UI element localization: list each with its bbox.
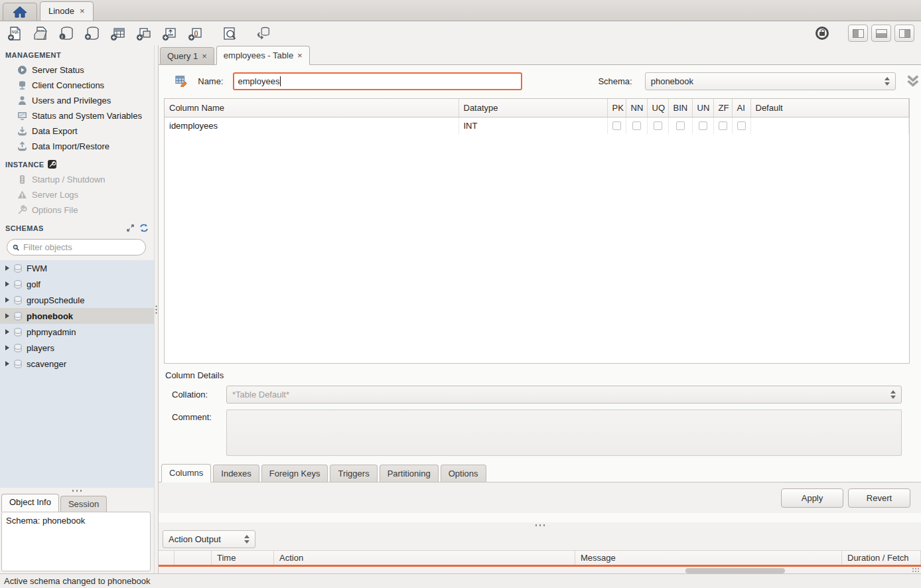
- collation-select[interactable]: *Table Default*: [226, 386, 902, 404]
- bin-checkbox[interactable]: [676, 121, 685, 130]
- schema-item-fwm[interactable]: FWM: [0, 260, 154, 276]
- create-view-button[interactable]: [136, 25, 152, 41]
- nn-checkbox[interactable]: [632, 121, 641, 130]
- columns-grid: Column Name Datatype PK NN UQ BIN UN ZF …: [164, 98, 910, 364]
- subtab-partitioning[interactable]: Partitioning: [380, 465, 439, 482]
- col-header-ai[interactable]: AI: [732, 99, 750, 117]
- schema-item-scavenger[interactable]: scavenger: [0, 356, 154, 372]
- subtab-triggers[interactable]: Triggers: [330, 465, 377, 482]
- apply-button[interactable]: Apply: [781, 488, 843, 508]
- cell-zf[interactable]: [713, 117, 732, 134]
- output-col-message[interactable]: Message: [575, 551, 842, 565]
- sidebar-item-server-status[interactable]: Server Status: [0, 62, 154, 78]
- subtab-indexes[interactable]: Indexes: [213, 465, 259, 482]
- output-col-action[interactable]: Action: [274, 551, 575, 565]
- cell-pk[interactable]: [607, 117, 626, 134]
- collapse-header-chevron-icon[interactable]: [905, 74, 921, 88]
- close-icon[interactable]: ×: [297, 50, 303, 60]
- subtab-foreign-keys[interactable]: Foreign Keys: [261, 465, 328, 482]
- table-editor: Name: employees Schema: phonebook: [159, 65, 921, 522]
- output-col-time[interactable]: Time: [212, 551, 274, 565]
- refresh-schemas-icon[interactable]: [139, 224, 149, 232]
- expander-icon[interactable]: [5, 265, 9, 271]
- toggle-bottom-panel-button[interactable]: [871, 25, 891, 42]
- cell-un[interactable]: [692, 117, 713, 134]
- col-header-un[interactable]: UN: [692, 99, 713, 117]
- schema-item-players[interactable]: players: [0, 340, 154, 356]
- create-schema-button[interactable]: [84, 25, 100, 41]
- col-header-default[interactable]: Default: [750, 99, 909, 117]
- output-view-select[interactable]: Action Output: [163, 530, 255, 548]
- schema-item-golf[interactable]: golf: [0, 276, 154, 292]
- open-sql-file-button[interactable]: SQL: [33, 25, 48, 41]
- col-header-zf[interactable]: ZF: [713, 99, 732, 117]
- cell-default[interactable]: [750, 117, 909, 134]
- close-icon[interactable]: ×: [80, 6, 85, 16]
- cell-datatype[interactable]: INT: [459, 117, 607, 134]
- create-table-button[interactable]: [110, 25, 126, 41]
- sidebar-item-data-export[interactable]: Data Export: [0, 123, 154, 139]
- cell-column-name[interactable]: idemployees: [165, 117, 459, 134]
- ai-checkbox[interactable]: [737, 121, 746, 130]
- expander-icon[interactable]: [5, 281, 9, 287]
- output-col-duration[interactable]: Duration / Fetch: [842, 551, 921, 565]
- schema-item-groupschedule[interactable]: groupSchedule: [0, 292, 154, 308]
- close-icon[interactable]: ×: [202, 51, 207, 61]
- search-data-button[interactable]: [222, 25, 238, 41]
- uq-checkbox[interactable]: [654, 121, 662, 130]
- create-procedure-button[interactable]: [162, 25, 178, 41]
- expander-icon[interactable]: [5, 297, 9, 303]
- cell-ai[interactable]: [732, 117, 750, 134]
- sidebar-item-status-variables[interactable]: Status and System Variables: [0, 108, 154, 123]
- cell-uq[interactable]: [647, 117, 668, 134]
- expand-schemas-icon[interactable]: [126, 224, 135, 232]
- tab-session[interactable]: Session: [60, 496, 107, 512]
- sidebar-item-data-import[interactable]: Data Import/Restore: [0, 139, 154, 154]
- expander-icon[interactable]: [5, 313, 9, 319]
- sidebar-item-options-file[interactable]: Options File: [0, 202, 154, 218]
- toggle-left-sidebar-button[interactable]: [848, 25, 868, 42]
- sidebar-horizontal-splitter[interactable]: [0, 488, 154, 494]
- col-header-nn[interactable]: NN: [626, 99, 647, 117]
- expander-icon[interactable]: [5, 329, 9, 334]
- expander-icon[interactable]: [5, 361, 9, 366]
- col-header-uq[interactable]: UQ: [647, 99, 668, 117]
- toggle-right-sidebar-button[interactable]: [894, 25, 914, 42]
- pk-checkbox[interactable]: [612, 121, 621, 130]
- col-header-datatype[interactable]: Datatype: [459, 99, 607, 117]
- new-sql-tab-button[interactable]: SQL: [7, 25, 23, 41]
- reconnect-dbms-button[interactable]: [255, 25, 271, 41]
- create-function-button[interactable]: (): [188, 25, 204, 41]
- col-header-column-name[interactable]: Column Name: [165, 99, 459, 117]
- horizontal-scrollbar-thumb[interactable]: [685, 568, 785, 573]
- connection-tab-linode[interactable]: Linode ×: [40, 1, 94, 21]
- table-name-input[interactable]: employees: [233, 72, 523, 90]
- schema-item-phpmyadmin[interactable]: phpmyadmin: [0, 324, 154, 340]
- col-header-bin[interactable]: BIN: [668, 99, 692, 117]
- tab-query-1[interactable]: Query 1 ×: [160, 47, 214, 64]
- inspect-database-button[interactable]: i: [58, 25, 74, 41]
- tab-object-info[interactable]: Object Info: [1, 494, 59, 512]
- tab-employees-table[interactable]: employees - Table ×: [216, 46, 310, 65]
- home-tab[interactable]: [3, 3, 37, 21]
- schema-select[interactable]: phonebook: [645, 72, 896, 90]
- expander-icon[interactable]: [5, 345, 9, 350]
- comment-textarea[interactable]: [226, 409, 902, 456]
- filter-objects-input[interactable]: [23, 242, 140, 252]
- schema-item-phonebook[interactable]: phonebook: [0, 308, 154, 324]
- output-splitter[interactable]: [159, 522, 921, 528]
- sidebar-item-server-logs[interactable]: Server Logs: [0, 187, 154, 202]
- sidebar-item-client-connections[interactable]: Client Connections: [0, 78, 154, 93]
- subtab-options[interactable]: Options: [441, 465, 486, 482]
- column-row-idemployees[interactable]: idemployees INT: [165, 117, 909, 134]
- vertical-splitter[interactable]: [154, 45, 159, 573]
- subtab-columns[interactable]: Columns: [161, 464, 211, 482]
- sidebar-item-users-privileges[interactable]: Users and Privileges: [0, 93, 154, 108]
- cell-nn[interactable]: [626, 117, 647, 134]
- sidebar-item-startup-shutdown[interactable]: Startup / Shutdown: [0, 172, 154, 187]
- cell-bin[interactable]: [668, 117, 692, 134]
- col-header-pk[interactable]: PK: [607, 99, 626, 117]
- un-checkbox[interactable]: [699, 121, 707, 130]
- revert-button[interactable]: Revert: [848, 488, 910, 508]
- zf-checkbox[interactable]: [719, 121, 727, 130]
